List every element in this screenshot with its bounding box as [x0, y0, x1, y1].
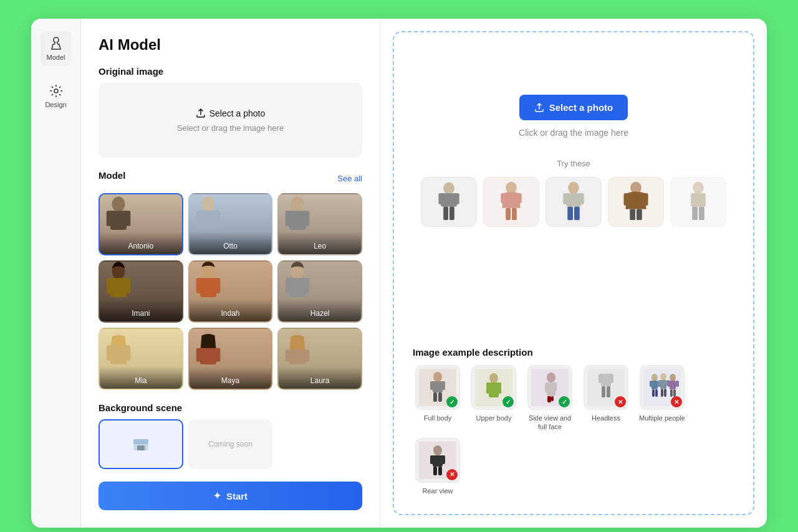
model-card-antonio[interactable]: Antonio — [99, 193, 183, 255]
model-name-indah: Indah — [190, 299, 272, 321]
example-section-title: Image example description — [413, 347, 734, 358]
svg-rect-19 — [196, 278, 203, 293]
model-card-maya[interactable]: Maya — [188, 328, 273, 390]
see-all-link[interactable]: See all — [337, 174, 362, 183]
svg-rect-50 — [516, 193, 522, 203]
svg-rect-45 — [443, 207, 448, 221]
original-image-section: Original image Select a photo Select or … — [99, 66, 362, 158]
svg-rect-24 — [303, 278, 310, 293]
svg-rect-65 — [637, 209, 642, 221]
sample-person-3-svg — [546, 177, 601, 227]
sidebar-item-design-label: Design — [45, 101, 66, 108]
original-image-label: Original image — [99, 66, 362, 77]
svg-rect-111 — [668, 381, 671, 387]
example-img-full-body: ✓ — [415, 365, 460, 410]
svg-rect-57 — [578, 193, 584, 204]
svg-rect-112 — [676, 381, 679, 387]
right-panel: Select a photo Click or drag the image h… — [380, 19, 767, 528]
svg-rect-8 — [213, 211, 220, 226]
try-these-section: Try these — [421, 154, 726, 227]
svg-rect-120 — [433, 467, 437, 475]
upload-hint: Select or drag the image here — [177, 123, 284, 133]
sample-person-1-svg — [421, 177, 476, 227]
example-img-rear-view: ✕ — [415, 438, 460, 483]
sidebar-item-design[interactable]: Design — [39, 78, 72, 113]
model-card-imani[interactable]: Imani — [99, 260, 183, 323]
sample-img-1[interactable] — [421, 177, 477, 227]
multiple-people-label: Multiple people — [639, 414, 685, 422]
svg-rect-68 — [691, 193, 705, 207]
model-card-leo[interactable]: Leo — [277, 193, 362, 255]
model-grid: Antonio Otto — [99, 193, 362, 390]
sidebar: Model Design — [31, 19, 81, 528]
select-photo-btn-label: Select a photo — [549, 102, 613, 113]
design-icon — [49, 83, 64, 98]
sample-img-2[interactable] — [483, 177, 539, 227]
model-card-indah[interactable]: Indah — [188, 260, 273, 323]
sample-person-2-svg — [484, 177, 539, 227]
svg-rect-59 — [574, 207, 580, 221]
svg-rect-11 — [286, 211, 292, 226]
svg-point-9 — [291, 197, 304, 212]
upload-area[interactable]: Select a photo Select or drag the image … — [99, 83, 362, 158]
model-name-antonio: Antonio — [100, 232, 182, 254]
background-section: Background scene Coming soon — [99, 402, 362, 469]
sample-person-4-svg — [608, 177, 663, 227]
sample-img-4[interactable] — [608, 177, 664, 227]
page-title: AI Model — [99, 36, 362, 54]
svg-rect-74 — [430, 381, 435, 390]
svg-rect-108 — [664, 389, 666, 397]
bg-scene-card-selected[interactable] — [99, 419, 183, 469]
start-button[interactable]: ✦ Start — [99, 482, 362, 510]
rear-view-badge: ✕ — [446, 469, 458, 480]
example-card-headless: ✕ Headless — [581, 365, 631, 432]
svg-rect-102 — [655, 389, 658, 397]
svg-rect-28 — [124, 345, 131, 361]
svg-rect-7 — [196, 211, 203, 226]
model-name-leo: Leo — [279, 232, 361, 254]
sidebar-item-model[interactable]: Model — [41, 31, 72, 66]
svg-rect-49 — [501, 193, 506, 203]
model-section: Model See all Antonio — [99, 170, 362, 390]
svg-rect-107 — [661, 389, 663, 397]
example-card-multiple-people: ✕ Multiple people — [637, 365, 687, 432]
model-icon — [49, 36, 64, 51]
model-card-hazel[interactable]: Hazel — [277, 260, 362, 323]
svg-rect-52 — [512, 208, 517, 221]
svg-point-5 — [201, 197, 214, 212]
model-name-maya: Maya — [190, 366, 272, 389]
upper-body-label: Upper body — [476, 414, 512, 422]
svg-rect-23 — [286, 278, 292, 293]
model-name-otto: Otto — [190, 232, 272, 254]
svg-point-0 — [54, 89, 58, 93]
model-card-laura[interactable]: Laura — [277, 328, 362, 390]
model-name-mia: Mia — [100, 366, 182, 389]
model-card-mia[interactable]: Mia — [99, 328, 183, 390]
select-photo-icon — [534, 103, 544, 113]
select-photo-button[interactable]: Select a photo — [519, 95, 628, 120]
model-card-otto[interactable]: Otto — [188, 193, 273, 255]
multiple-people-badge: ✕ — [671, 396, 682, 407]
full-body-label: Full body — [424, 414, 452, 422]
svg-rect-63 — [642, 193, 648, 206]
svg-rect-81 — [486, 382, 491, 394]
side-view-badge: ✓ — [559, 396, 570, 407]
svg-rect-51 — [506, 208, 511, 221]
example-section: Image example description — [413, 335, 734, 495]
svg-point-72 — [433, 372, 442, 382]
svg-rect-35 — [286, 349, 292, 361]
sample-img-5[interactable] — [670, 177, 726, 227]
sparkle-icon: ✦ — [213, 490, 221, 501]
svg-rect-118 — [430, 455, 435, 464]
example-card-side-view: ✓ Side view and full face — [525, 365, 575, 432]
svg-rect-70 — [699, 207, 704, 221]
svg-rect-39 — [137, 445, 145, 450]
svg-rect-62 — [623, 193, 630, 206]
model-name-hazel: Hazel — [279, 299, 361, 321]
svg-rect-27 — [107, 345, 113, 361]
sample-img-3[interactable] — [546, 177, 602, 227]
drag-hint: Click or drag the image here — [519, 128, 628, 138]
background-scene-grid: Coming soon — [99, 419, 362, 469]
svg-rect-36 — [303, 349, 310, 361]
svg-point-54 — [568, 182, 579, 194]
